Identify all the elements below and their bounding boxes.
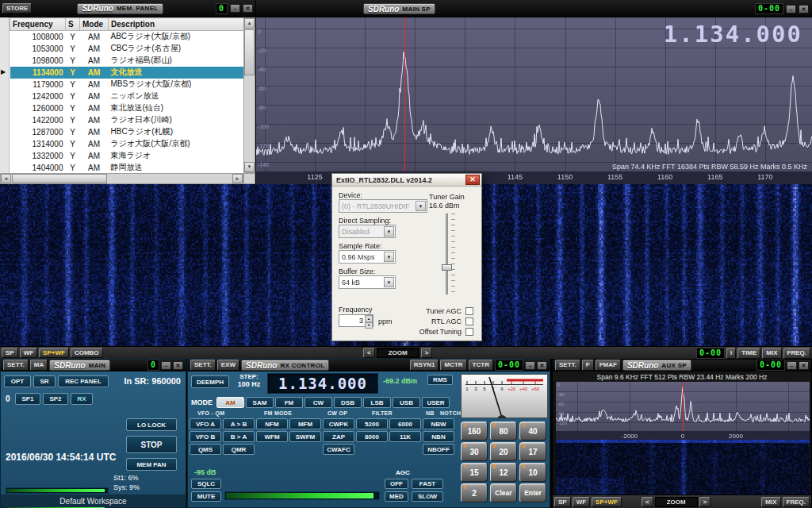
settings-button[interactable]: SETT. xyxy=(3,360,29,370)
store-button[interactable]: STORE xyxy=(2,3,32,13)
mix-button[interactable]: MIX xyxy=(762,348,781,358)
mem-table-row[interactable]: 1332000YAM東海ラジオ xyxy=(10,150,245,162)
mem-title-chip[interactable]: SDRuno MEM. PANEL xyxy=(77,3,163,14)
rx-button-5200[interactable]: 5200 xyxy=(356,418,388,429)
keypad-button-160[interactable]: 1601 xyxy=(461,421,488,441)
rx-button-nboff[interactable]: NBOFF xyxy=(423,444,454,455)
mctr-button[interactable]: MCTR xyxy=(440,360,466,370)
mix-button[interactable]: MIX xyxy=(761,497,780,507)
mem-table-row[interactable]: 1260000YAM東北放送(仙台) xyxy=(10,102,245,114)
exw-button[interactable]: EXW xyxy=(217,360,239,370)
tctr-button[interactable]: TCTR xyxy=(469,360,493,370)
agc-slow-button[interactable]: SLOW xyxy=(412,491,443,502)
aux-title-chip[interactable]: SDRuno AUX SP xyxy=(622,360,691,371)
scroll-right-icon[interactable]: ► xyxy=(232,174,243,183)
rx-button-b-a[interactable]: B > A xyxy=(223,431,255,442)
agc-med-button[interactable]: MED xyxy=(385,491,408,502)
keypad-button-30[interactable]: 304 xyxy=(461,442,488,461)
tuner-agc-checkbox[interactable] xyxy=(465,307,473,315)
aux-waterfall[interactable] xyxy=(556,440,810,495)
sp1-button[interactable]: SP1 xyxy=(15,393,40,405)
rx-button[interactable]: RX xyxy=(71,393,93,405)
close-icon[interactable]: ✕ xyxy=(243,4,253,13)
rec-panel-button[interactable]: REC PANEL xyxy=(58,375,109,387)
rms-button[interactable]: RMS xyxy=(427,375,453,385)
scroll-thumb[interactable] xyxy=(12,174,107,183)
chevron-down-icon[interactable]: ▼ xyxy=(416,201,426,211)
main-sp-title-chip[interactable]: SDRuno MAIN SP xyxy=(363,3,435,14)
keypad-button-17[interactable]: 176 xyxy=(519,442,546,461)
mode-button-sam[interactable]: SAM xyxy=(246,397,274,408)
mode-button-lsb[interactable]: LSB xyxy=(363,397,391,408)
rx-button-8000[interactable]: 8000 xyxy=(356,431,388,442)
minimize-icon[interactable]: – xyxy=(525,361,535,370)
rx-button-mfm[interactable]: MFM xyxy=(289,418,321,429)
rx-button-a-b[interactable]: A > B xyxy=(223,418,255,429)
rx-button-11k[interactable]: 11K xyxy=(389,431,421,442)
sp-view-button[interactable]: SP xyxy=(2,348,18,358)
rx-button-nfm[interactable]: NFM xyxy=(256,418,288,429)
col-description[interactable]: Description xyxy=(109,18,245,31)
rsyn1-button[interactable]: RSYN1 xyxy=(410,360,439,370)
rx-button-vfo-b[interactable]: VFO B xyxy=(190,431,221,442)
rx-button-nbn[interactable]: NBN xyxy=(423,431,454,442)
close-icon[interactable]: ✕ xyxy=(799,5,809,13)
minimize-icon[interactable]: – xyxy=(230,4,240,13)
rx-button-qmr[interactable]: QMR xyxy=(223,444,255,455)
sqlc-button[interactable]: SQLC xyxy=(191,479,221,489)
agc-fast-button[interactable]: FAST xyxy=(412,479,443,489)
spinner-up-icon[interactable]: ▲ xyxy=(365,315,373,322)
rx-title-chip[interactable]: SDRuno RX CONTROL xyxy=(241,360,329,371)
offset-tuning-checkbox[interactable] xyxy=(465,328,473,336)
zoom-in-button[interactable]: > xyxy=(699,497,711,507)
rx-button-vfo-a[interactable]: VFO A xyxy=(190,418,221,429)
zoom-out-button[interactable]: < xyxy=(363,348,375,358)
mode-button-fm[interactable]: FM xyxy=(275,397,303,408)
rx-button-6000[interactable]: 6000 xyxy=(389,418,421,429)
chevron-down-icon[interactable]: ▼ xyxy=(384,277,394,287)
scroll-down-icon[interactable]: ▼ xyxy=(244,162,255,172)
mem-table-row[interactable]: 1404000YAM静岡放送 xyxy=(10,162,245,174)
minimize-icon[interactable]: – xyxy=(161,361,171,370)
mem-table-row[interactable]: 1134000YAM文化放送 xyxy=(10,67,245,79)
freq-button[interactable]: FREQ. xyxy=(783,348,810,358)
wf-view-button[interactable]: WF xyxy=(20,348,37,358)
minimize-icon[interactable]: – xyxy=(787,361,797,370)
lo-lock-button[interactable]: LO LOCK xyxy=(126,418,177,431)
rx-button-cwafc[interactable]: CWAFC xyxy=(323,444,354,455)
fmaf-button[interactable]: FMAF xyxy=(596,360,621,370)
mem-table-row[interactable]: 1053000YAMCBCラジオ(名古屋) xyxy=(10,43,245,55)
keypad-button-clear[interactable]: Clear xyxy=(490,483,517,502)
close-icon[interactable]: ✕ xyxy=(465,175,480,185)
keypad-button-15[interactable]: 157 xyxy=(461,463,488,482)
sp-view-button[interactable]: SP xyxy=(554,497,571,507)
settings-button[interactable]: SETT. xyxy=(555,360,580,370)
squelch-slider[interactable] xyxy=(224,491,380,500)
mem-table-row[interactable]: 1008000YAMABCラジオ(大阪/京都) xyxy=(10,31,245,43)
mem-table-row[interactable]: 1179000YAMMBSラジオ(大阪/京都) xyxy=(10,79,245,90)
freq-button[interactable]: FREQ. xyxy=(783,497,810,507)
tuner-gain-slider[interactable] xyxy=(442,214,459,294)
sample-rate-select[interactable]: 0.96 Msps ▼ xyxy=(339,250,396,264)
settings-button[interactable]: SETT. xyxy=(190,360,216,370)
ppm-spinner[interactable]: ▲ ▼ xyxy=(365,315,373,326)
slider-thumb[interactable] xyxy=(442,264,452,271)
keypad-button-2[interactable]: 20 xyxy=(461,483,488,502)
sp-wf-view-button[interactable]: SP+WF xyxy=(592,497,622,507)
wf-view-button[interactable]: WF xyxy=(573,497,590,507)
device-select[interactable]: (0) - RTL2838UHIDIF ▼ xyxy=(339,199,427,213)
keypad-button-80[interactable]: 802 xyxy=(490,421,517,441)
sp-wf-view-button[interactable]: SP+WF xyxy=(39,348,69,358)
combo-view-button[interactable]: COMBO xyxy=(71,348,103,358)
mode-button-user[interactable]: USER xyxy=(422,397,450,408)
mode-button-usb[interactable]: USB xyxy=(393,397,420,408)
f-button[interactable]: F xyxy=(582,360,594,370)
keypad-button-12[interactable]: 128 xyxy=(490,463,517,482)
scroll-thumb[interactable] xyxy=(244,29,255,75)
deemph-button[interactable]: DEEMPH xyxy=(191,375,229,388)
zoom-in-button[interactable]: > xyxy=(421,348,433,358)
stop-button[interactable]: STOP xyxy=(126,436,177,453)
rx-button-qms[interactable]: QMS xyxy=(190,444,221,455)
col-s[interactable]: S xyxy=(66,18,80,31)
aux-spectrum[interactable]: 0-30-60-90-120 xyxy=(556,382,810,431)
